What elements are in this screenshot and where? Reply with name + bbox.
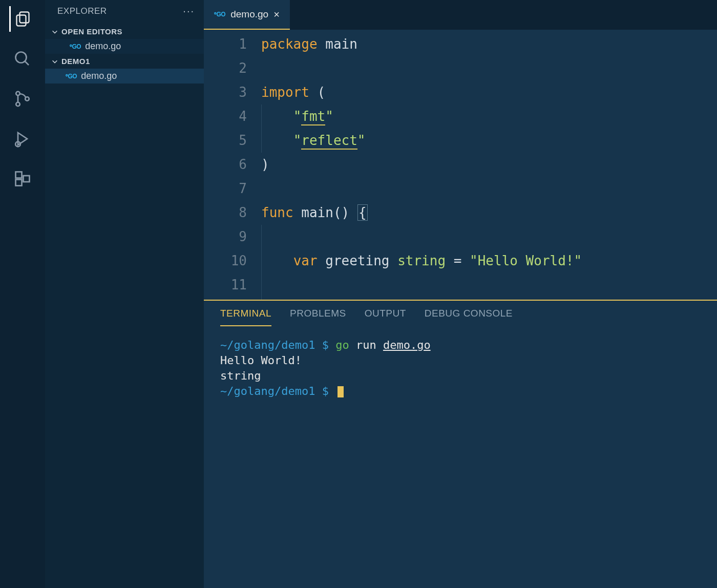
sidebar-header: EXPLORER ··· — [45, 0, 204, 24]
tab-output[interactable]: OUTPUT — [365, 308, 406, 326]
tab-demo-go[interactable]: ᵒGO demo.go × — [204, 0, 290, 30]
svg-point-5 — [16, 102, 20, 107]
source-control-icon[interactable] — [10, 86, 35, 112]
svg-point-6 — [25, 97, 29, 101]
open-editor-filename: demo.go — [85, 41, 121, 52]
code-editor[interactable]: 12345678910111213141516 package mainimpo… — [204, 30, 717, 300]
terminal-output[interactable]: ~/golang/demo1 $ go run demo.go Hello Wo… — [204, 326, 717, 588]
main-area: ᵒGO demo.go × 12345678910111213141516 pa… — [204, 0, 717, 588]
folder-label: DEMO1 — [61, 57, 90, 66]
terminal-path: ~/golang/demo1 — [220, 339, 315, 351]
terminal-output-line: Hello World! — [220, 353, 701, 368]
open-editors-label: OPEN EDITORS — [61, 27, 122, 36]
terminal-output-line: string — [220, 368, 701, 384]
terminal-command: go — [335, 339, 349, 351]
svg-rect-8 — [16, 172, 22, 178]
terminal-args: run — [356, 339, 383, 351]
svg-rect-9 — [16, 180, 22, 186]
more-icon[interactable]: ··· — [183, 5, 195, 17]
explorer-icon[interactable] — [9, 6, 35, 32]
extensions-icon[interactable] — [10, 166, 35, 192]
sidebar: EXPLORER ··· OPEN EDITORS ᵒGO demo.go DE… — [45, 0, 204, 588]
svg-rect-10 — [24, 176, 30, 182]
open-editors-section[interactable]: OPEN EDITORS — [45, 24, 204, 39]
terminal-prompt: $ — [322, 385, 329, 397]
search-icon[interactable] — [10, 46, 35, 72]
tab-debug-console[interactable]: DEBUG CONSOLE — [425, 308, 513, 326]
tab-terminal[interactable]: TERMINAL — [220, 308, 271, 326]
terminal-file: demo.go — [383, 339, 431, 351]
svg-rect-0 — [19, 12, 29, 23]
editor-tabs: ᵒGO demo.go × — [204, 0, 717, 30]
folder-section[interactable]: DEMO1 — [45, 54, 204, 69]
sidebar-title: EXPLORER — [57, 6, 107, 16]
svg-rect-1 — [16, 15, 26, 26]
svg-line-3 — [25, 61, 29, 66]
terminal-line: ~/golang/demo1 $ — [220, 384, 701, 399]
terminal-path: ~/golang/demo1 — [220, 385, 315, 397]
svg-point-2 — [16, 52, 27, 63]
bottom-panel: TERMINAL PROBLEMS OUTPUT DEBUG CONSOLE ~… — [204, 300, 717, 588]
activity-bar — [0, 0, 45, 588]
debug-icon[interactable] — [10, 126, 35, 152]
close-icon[interactable]: × — [273, 9, 280, 20]
go-file-icon: ᵒGO — [214, 11, 225, 18]
panel-tabs: TERMINAL PROBLEMS OUTPUT DEBUG CONSOLE — [204, 301, 717, 326]
go-file-icon: ᵒGO — [70, 43, 81, 50]
code-content[interactable]: package mainimport ( "fmt" "reflect")fun… — [261, 30, 717, 300]
chevron-down-icon — [51, 28, 58, 35]
line-gutter: 12345678910111213141516 — [204, 30, 261, 300]
tab-problems[interactable]: PROBLEMS — [290, 308, 346, 326]
svg-point-4 — [16, 92, 20, 96]
chevron-down-icon — [51, 58, 58, 65]
file-tree-filename: demo.go — [81, 71, 117, 81]
open-editor-item[interactable]: ᵒGO demo.go — [45, 39, 204, 54]
terminal-cursor — [338, 386, 344, 397]
file-tree-item[interactable]: ᵒGO demo.go — [45, 69, 204, 83]
terminal-prompt: $ — [322, 339, 336, 351]
go-file-icon: ᵒGO — [66, 73, 77, 80]
tab-label: demo.go — [230, 9, 268, 20]
terminal-line: ~/golang/demo1 $ go run demo.go — [220, 338, 701, 353]
